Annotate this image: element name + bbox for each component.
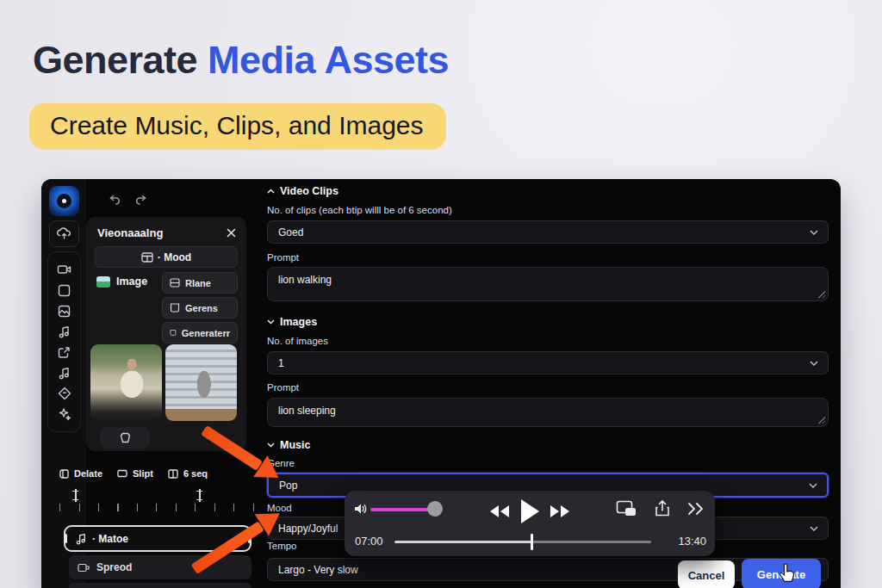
player-secondary-controls — [616, 499, 705, 517]
tempo-label: Tempo — [267, 541, 297, 551]
image-row-label: Image — [116, 275, 147, 288]
box-icon — [170, 328, 177, 337]
generaterr-button[interactable]: Generaterr — [162, 322, 238, 344]
redo-icon — [134, 194, 147, 205]
sidebar-item-canvas[interactable] — [54, 281, 75, 300]
music-note-icon — [76, 533, 87, 545]
media-panel: Vieonaaalng · Mood Image Rlane Gerens — [86, 217, 246, 451]
images-prompt-value: lion sleeping — [278, 405, 336, 417]
app-logo-icon[interactable] — [49, 186, 79, 216]
sidebar-icon-rail — [47, 251, 81, 432]
music-header[interactable]: Music — [267, 439, 310, 451]
undo-button[interactable] — [107, 191, 122, 207]
transport-controls — [482, 496, 577, 527]
resize-grip-icon[interactable] — [817, 416, 825, 424]
cursor-hand-icon — [778, 562, 798, 585]
frame-icon — [58, 284, 71, 297]
mood-button[interactable]: · Mood — [95, 246, 238, 268]
volume-slider-thumb[interactable] — [427, 501, 443, 517]
media-player: 07:00 13:40 — [345, 491, 715, 556]
delate-tool[interactable]: Delate — [59, 468, 102, 479]
layout-icon — [170, 278, 180, 288]
sidebar-item-video[interactable] — [54, 260, 75, 279]
ruler-ticks — [59, 504, 256, 511]
rlane-button[interactable]: Rlane — [162, 272, 238, 294]
delate-tool-label: Delate — [74, 468, 102, 479]
music-note-icon — [59, 325, 71, 338]
media-panel-header: Vieonaaalng — [97, 226, 236, 239]
pip-icon[interactable] — [616, 500, 637, 517]
video-clips-header[interactable]: Video Clips — [267, 185, 339, 197]
sidebar-item-audio[interactable] — [54, 322, 75, 341]
chevron-down-icon — [809, 483, 817, 488]
resize-grip-icon[interactable] — [817, 290, 825, 298]
total-time: 13:40 — [678, 535, 706, 548]
playhead-marker[interactable] — [71, 489, 79, 502]
close-icon[interactable] — [227, 228, 236, 238]
clip-track-label: Spreod — [96, 561, 132, 573]
columns-icon — [168, 469, 178, 479]
chevron-down-icon — [810, 361, 818, 366]
seq-tool-label: 6 seq — [183, 468, 208, 479]
timeline-ruler[interactable] — [59, 489, 256, 511]
sidebar-item-tags[interactable] — [54, 384, 75, 403]
generaterr-button-label: Generaterr — [182, 328, 230, 338]
images-prompt-textarea[interactable]: lion sleeping — [267, 398, 829, 427]
sidebar-item-image[interactable] — [54, 301, 75, 320]
play-icon[interactable] — [519, 498, 540, 524]
sidebar-item-export[interactable] — [54, 343, 75, 362]
genre-value: Pop — [279, 480, 297, 492]
volume-group — [353, 502, 369, 516]
volume-icon[interactable] — [353, 502, 369, 516]
rewind-icon[interactable] — [488, 504, 511, 519]
seek-position-marker[interactable] — [531, 534, 533, 550]
slipt-tool[interactable]: Slipt — [117, 468, 153, 479]
page: Generate Media Assets Create Music, Clip… — [0, 0, 882, 588]
clip-thumbnail-2[interactable] — [165, 344, 237, 421]
keyframe-marker[interactable] — [196, 489, 203, 502]
image-row: Image — [96, 275, 147, 288]
mood-value: Happy/Joyful — [278, 523, 338, 535]
video-camera-icon — [57, 263, 72, 275]
image-thumb-icon — [96, 276, 110, 288]
double-chevron-right-icon[interactable] — [687, 502, 705, 516]
redo-button[interactable] — [133, 191, 148, 207]
clip-track-item[interactable]: Spreod — [69, 555, 252, 579]
sidebar-item-music-2[interactable] — [54, 363, 75, 382]
images-count-label: No. of images — [267, 336, 328, 346]
clips-prompt-textarea[interactable]: lion walking — [267, 267, 829, 301]
tag-icon — [58, 387, 71, 400]
clips-count-select[interactable]: Goed — [267, 220, 829, 244]
images-count-select[interactable]: 1 — [267, 351, 829, 374]
square-tool-icon — [59, 469, 69, 479]
clips-prompt-value: lion walking — [278, 274, 332, 286]
upload-button[interactable] — [49, 220, 79, 247]
clips-count-value: Goed — [278, 226, 303, 238]
gerens-button[interactable]: Gerens — [162, 297, 238, 319]
app-window: Vieonaaalng · Mood Image Rlane Gerens — [41, 179, 841, 588]
images-header[interactable]: Images — [267, 316, 317, 328]
video-clips-header-label: Video Clips — [280, 185, 339, 197]
cloud-upload-icon — [57, 227, 71, 240]
cancel-button[interactable]: Cancel — [678, 560, 735, 588]
page-title-prefix: Generate — [33, 38, 197, 82]
music-track-label: · Matoe — [92, 533, 128, 545]
seek-bar[interactable] — [394, 541, 651, 543]
history-toolbar — [107, 191, 148, 207]
chevron-down-icon — [267, 443, 275, 448]
fast-forward-icon[interactable] — [549, 504, 571, 519]
undo-icon — [109, 194, 121, 205]
clip-thumbnail-1[interactable] — [90, 344, 162, 421]
elapsed-time: 07:00 — [355, 535, 383, 548]
chevron-down-icon — [267, 319, 275, 325]
camera-clip-icon — [78, 563, 90, 573]
images-prompt-label: Prompt — [267, 382, 299, 393]
media-action-buttons: Rlane Gerens Generaterr — [162, 272, 238, 344]
seq-tool[interactable]: 6 seq — [168, 468, 208, 479]
partial-track-item[interactable] — [69, 583, 252, 588]
sparkles-icon — [57, 407, 71, 421]
blank-board-button[interactable] — [100, 427, 150, 449]
share-icon[interactable] — [655, 499, 670, 517]
images-count-value: 1 — [278, 357, 284, 369]
sidebar-item-ai[interactable] — [54, 405, 75, 424]
